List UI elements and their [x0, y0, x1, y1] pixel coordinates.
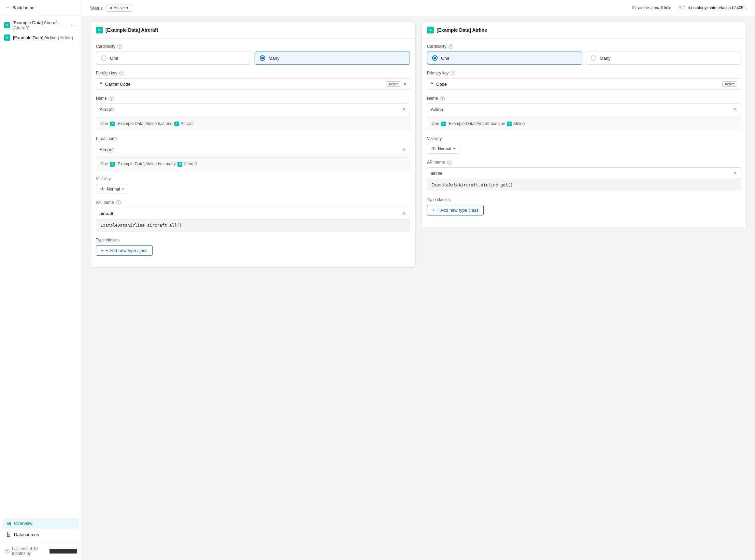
airline-name-preview: One ✕ [Example Data] Aircraft has one ✕ …: [427, 117, 741, 130]
aircraft-foreign-key-section: Foreign key ? ❝ Carrier Code Active ▾: [96, 71, 410, 90]
clock-icon: 🕐: [5, 549, 10, 554]
airline-icon: ✕: [4, 34, 10, 41]
name-help-icon[interactable]: ?: [109, 96, 114, 101]
aircraft-card: ✕ [Example Data] Aircraft Cardinality ? …: [90, 22, 416, 268]
airline-name-help-icon[interactable]: ?: [440, 96, 445, 101]
aircraft-item-label: [Example Data] Aircraft (Aircraft): [13, 20, 71, 30]
aircraft-add-type-class-button[interactable]: + + Add new type class: [96, 245, 153, 256]
sidebar-nav: 🖥 Overview 🗄 Datasources: [0, 517, 82, 542]
aircraft-name-section: Name ? ✕ One ✕ [Example Data] Airline ha…: [96, 96, 410, 130]
airline-type-classes-label: Type classes: [427, 197, 741, 202]
aircraft-api-name-input[interactable]: [100, 211, 402, 216]
airline-card-body: Cardinality ? One Many: [422, 39, 746, 227]
airline-visibility-value: Normal: [438, 146, 451, 151]
status-badge[interactable]: Active ▾: [106, 4, 132, 12]
cards-area: ✕ [Example Data] Aircraft Cardinality ? …: [82, 16, 755, 273]
add-type-plus-icon: +: [101, 248, 104, 253]
sidebar-item-aircraft[interactable]: ✕ [Example Data] Aircraft (Aircraft) ···: [0, 18, 82, 32]
id-meta: ID airline-aircraft-link: [632, 5, 670, 10]
preview-aircraft-icon3: ✕: [441, 122, 446, 126]
aircraft-plural-preview: One ✕ [Example Data] Airline has many ✕ …: [96, 157, 410, 170]
aircraft-visibility-section: Visibility 👁 Normal ▾: [96, 177, 410, 194]
aircraft-api-name-clear-icon[interactable]: ✕: [402, 211, 406, 216]
aircraft-cardinality-section: Cardinality ? One Many: [96, 44, 410, 65]
airline-cardinality-label: Cardinality ?: [427, 44, 741, 49]
airline-visibility-button[interactable]: 👁 Normal ▾: [427, 144, 459, 154]
sidebar-item-airline[interactable]: ✕ [Example Data] Airline (Airline): [0, 32, 82, 43]
nav-overview-label: Overview: [14, 521, 32, 526]
airline-api-name-clear-icon[interactable]: ✕: [733, 170, 737, 176]
airline-card-title: [Example Data] Airline: [437, 27, 487, 33]
primary-key-help-icon[interactable]: ?: [451, 71, 455, 75]
aircraft-cardinality-one[interactable]: One: [96, 52, 251, 65]
nav-datasources-label: Datasources: [14, 532, 39, 537]
aircraft-visibility-value: Normal: [107, 187, 120, 192]
rid-value: ri.ontology.main.relation.b2405...: [688, 5, 747, 10]
airline-many-radio-label: Many: [600, 56, 611, 61]
api-name-help-icon[interactable]: ?: [116, 200, 121, 205]
foreign-key-dropdown-arrow[interactable]: ▾: [404, 82, 406, 87]
back-home-label: Back home: [12, 5, 34, 10]
aircraft-card-body: Cardinality ? One Many: [90, 39, 415, 267]
aircraft-name-clear-icon[interactable]: ✕: [402, 107, 406, 112]
back-arrow-icon: ←: [5, 5, 10, 10]
aircraft-plural-section: Plural name ✕ One ✕ [Example Data] Airli…: [96, 136, 410, 170]
aircraft-cardinality-many[interactable]: Many: [255, 52, 410, 65]
aircraft-foreign-key-field[interactable]: ❝ Carrier Code Active ▾: [96, 78, 410, 90]
back-home-button[interactable]: ← Back home: [0, 0, 82, 15]
preview-aircraft-icon2: ✕: [177, 162, 182, 167]
monitor-icon: 🖥: [6, 520, 11, 526]
airline-api-name-input-wrapper: ✕: [427, 167, 741, 179]
aircraft-cardinality-label: Cardinality ?: [96, 44, 410, 49]
footer-prefix: Last edited 10 months by: [12, 546, 47, 556]
nav-datasources[interactable]: 🗄 Datasources: [3, 529, 79, 540]
aircraft-visibility-eye-icon: 👁: [100, 186, 105, 192]
primary-key-name: Code: [436, 82, 720, 87]
nav-overview[interactable]: 🖥 Overview: [3, 518, 79, 529]
aircraft-plural-input[interactable]: [100, 147, 402, 152]
many-radio-dot: [260, 55, 265, 61]
rid-key: RID: [679, 5, 686, 10]
foreign-key-quote-icon: ❝: [100, 81, 102, 87]
id-value: airline-aircraft-link: [638, 5, 670, 10]
airline-name-input[interactable]: [431, 107, 733, 112]
aircraft-visibility-arrow-icon: ▾: [122, 187, 124, 191]
aircraft-item-menu-dots[interactable]: ···: [71, 22, 77, 28]
airline-cardinality-section: Cardinality ? One Many: [427, 44, 741, 65]
airline-api-name-input[interactable]: [431, 171, 733, 176]
airline-add-type-class-button[interactable]: + + Add new type class: [427, 205, 484, 215]
one-radio-label: One: [110, 56, 118, 61]
airline-api-code: ExampleDataAircraft.airline.get(): [427, 179, 741, 191]
foreign-key-badge: Active: [386, 81, 401, 87]
airline-primary-key-label: Primary key ?: [427, 71, 741, 75]
airline-cardinality-help-icon[interactable]: ?: [448, 44, 453, 49]
foreign-key-help-icon[interactable]: ?: [119, 71, 124, 75]
cardinality-help-icon[interactable]: ?: [117, 44, 122, 49]
aircraft-name-input[interactable]: [100, 107, 402, 112]
aircraft-icon: ✕: [4, 22, 10, 28]
airline-name-label: Name ?: [427, 96, 741, 101]
aircraft-plural-input-wrapper: ✕: [96, 144, 410, 155]
primary-key-quote-icon: ❝: [431, 81, 433, 87]
airline-name-section: Name ? ✕ One ✕ [Example Data] Aircraft h…: [427, 96, 741, 130]
aircraft-type-classes-section: Type classes + + Add new type class: [96, 238, 410, 256]
airline-name-clear-icon[interactable]: ✕: [733, 107, 737, 112]
airline-one-radio-dot: [432, 55, 438, 61]
aircraft-name-preview: One ✕ [Example Data] Airline has one ✕ A…: [96, 117, 410, 130]
airline-api-name-help-icon[interactable]: ?: [447, 160, 452, 165]
airline-cardinality-one[interactable]: One: [427, 52, 582, 65]
aircraft-plural-clear-icon[interactable]: ✕: [402, 147, 406, 152]
aircraft-card-icon: ✕: [96, 27, 103, 33]
aircraft-api-name-input-wrapper: ✕: [96, 208, 410, 219]
rid-meta: RID ri.ontology.main.relation.b2405...: [679, 5, 747, 10]
aircraft-card-header: ✕ [Example Data] Aircraft: [90, 22, 415, 39]
airline-name-input-wrapper: ✕: [427, 103, 741, 115]
airline-cardinality-many[interactable]: Many: [586, 52, 741, 65]
airline-cardinality-row: One Many: [427, 52, 741, 65]
main-content: Status Active ▾ ID airline-aircraft-link…: [82, 0, 755, 560]
aircraft-foreign-key-label: Foreign key ?: [96, 71, 410, 75]
sidebar-footer: 🕐 Last edited 10 months by: [0, 542, 82, 560]
status-dropdown-arrow[interactable]: ▾: [126, 5, 128, 10]
aircraft-visibility-button[interactable]: 👁 Normal ▾: [96, 184, 128, 194]
airline-api-name-section: API name ? ✕ ExampleDataAircraft.airline…: [427, 160, 741, 191]
